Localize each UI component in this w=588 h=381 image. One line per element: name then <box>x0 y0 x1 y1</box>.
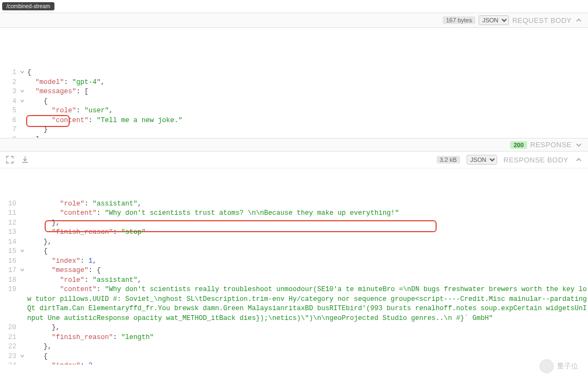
code-line: 6 "content": "Tell me a new joke." <box>0 116 588 126</box>
fold-toggle-icon[interactable] <box>19 266 26 276</box>
line-number: 16 <box>0 257 19 267</box>
watermark: 量子位 <box>540 359 578 373</box>
code-content: "finish_reason": "length" <box>26 333 588 343</box>
line-number: 22 <box>0 342 19 352</box>
line-number: 21 <box>0 333 19 343</box>
response-body-title: RESPONSE BODY <box>504 156 568 164</box>
response-title: RESPONSE <box>530 141 572 149</box>
code-content: }, <box>26 238 588 247</box>
code-line: 3 "messages": [ <box>0 87 588 97</box>
code-line: 16 "index": 1, <box>0 257 588 267</box>
response-size-badge: 3.2 kB <box>437 156 460 164</box>
code-content: "content": "Tell me a new joke." <box>26 116 588 126</box>
code-line: 21 "finish_reason": "length" <box>0 333 588 343</box>
line-number: 10 <box>0 199 19 209</box>
code-line: 5 "role": "user", <box>0 106 588 116</box>
code-line: 20 }, <box>0 323 588 333</box>
line-number: 8 <box>0 135 19 138</box>
code-line: 10 "role": "assistant", <box>0 199 588 209</box>
code-content: "index": 2, <box>26 361 588 365</box>
response-header: 200 RESPONSE <box>0 138 588 152</box>
code-line: 2 "model": "gpt-4", <box>0 78 588 88</box>
code-content: "message": { <box>26 266 588 276</box>
request-size-badge: 167 bytes <box>443 16 475 24</box>
line-number: 24 <box>0 361 19 365</box>
code-content: }, <box>26 323 588 333</box>
code-content: "content": "Why don't scientists trust a… <box>26 209 588 219</box>
code-line: 23 { <box>0 352 588 362</box>
code-content: { <box>26 97 588 107</box>
code-content: "index": 1, <box>26 257 588 267</box>
line-number: 14 <box>0 238 19 247</box>
tab-combined-stream[interactable]: /combined-stream <box>2 2 54 10</box>
line-number: 5 <box>0 106 19 116</box>
code-line: 8 ], <box>0 135 588 138</box>
code-line: 13 "finish_reason": "stop" <box>0 228 588 238</box>
line-number: 4 <box>0 97 19 107</box>
code-line: 15 { <box>0 247 588 257</box>
code-content: ], <box>26 135 588 138</box>
code-content: "role": "user", <box>26 106 588 116</box>
chevron-down-icon[interactable] <box>575 141 583 149</box>
fold-toggle-icon[interactable] <box>19 87 26 97</box>
line-number: 19 <box>0 285 19 295</box>
code-content: { <box>26 247 588 257</box>
line-number: 11 <box>0 209 19 219</box>
code-line: 4 { <box>0 97 588 107</box>
code-line: 24 "index": 2, <box>0 361 588 365</box>
line-number: 6 <box>0 116 19 126</box>
line-number: 20 <box>0 323 19 333</box>
code-line: 17 "message": { <box>0 266 588 276</box>
line-number: 3 <box>0 87 19 97</box>
request-body-editor[interactable]: 1{2 "model": "gpt-4",3 "messages": [4 {5… <box>0 28 588 138</box>
request-body-header: 167 bytes JSON REQUEST BODY <box>0 13 588 28</box>
watermark-text: 量子位 <box>557 361 578 371</box>
line-number: 12 <box>0 219 19 228</box>
code-content: "finish_reason": "stop" <box>26 228 588 238</box>
code-line: 7 } <box>0 125 588 135</box>
line-number: 18 <box>0 276 19 286</box>
code-line: 14 }, <box>0 238 588 247</box>
code-line: 22 }, <box>0 342 588 352</box>
fold-toggle-icon[interactable] <box>19 352 26 362</box>
status-badge: 200 <box>510 141 526 149</box>
line-number: 13 <box>0 228 19 238</box>
fold-toggle-icon[interactable] <box>19 68 26 78</box>
response-body-toolbar: 3.2 kB JSON RESPONSE BODY <box>0 152 588 168</box>
code-content: { <box>26 68 588 78</box>
download-icon[interactable] <box>21 155 29 164</box>
tab-strip: /combined-stream <box>0 0 588 10</box>
code-line: 18 "role": "assistant", <box>0 276 588 286</box>
code-content: "role": "assistant", <box>26 276 588 286</box>
line-number: 15 <box>0 247 19 257</box>
fold-toggle-icon[interactable] <box>19 97 26 107</box>
request-format-select[interactable]: JSON <box>479 15 509 25</box>
code-content: }, <box>26 342 588 352</box>
response-format-select[interactable]: JSON <box>467 155 497 165</box>
code-line: 19 "content": "Why don't scientists real… <box>0 285 588 323</box>
code-content: "model": "gpt-4", <box>26 78 588 88</box>
chevron-up-icon[interactable] <box>575 156 583 164</box>
line-number: 1 <box>0 68 19 78</box>
request-body-title: REQUEST BODY <box>512 16 572 25</box>
code-content: } <box>26 125 588 135</box>
code-line: 1{ <box>0 68 588 78</box>
code-content: "role": "assistant", <box>26 199 588 209</box>
code-line: 11 "content": "Why don't scientists trus… <box>0 209 588 219</box>
expand-icon[interactable] <box>5 155 14 164</box>
code-content: "content": "Why don't scientists really … <box>26 285 588 323</box>
code-content: { <box>26 352 588 362</box>
code-content: "messages": [ <box>26 87 588 97</box>
watermark-logo-icon <box>540 359 554 373</box>
chevron-up-icon[interactable] <box>575 16 583 24</box>
code-line: 12 }, <box>0 219 588 228</box>
line-number: 2 <box>0 78 19 88</box>
line-number: 23 <box>0 352 19 362</box>
fold-toggle-icon[interactable] <box>19 247 26 257</box>
line-number: 7 <box>0 125 19 135</box>
code-content: }, <box>26 219 588 228</box>
response-body-editor[interactable]: 10 "role": "assistant",11 "content": "Wh… <box>0 168 588 365</box>
line-number: 17 <box>0 266 19 276</box>
